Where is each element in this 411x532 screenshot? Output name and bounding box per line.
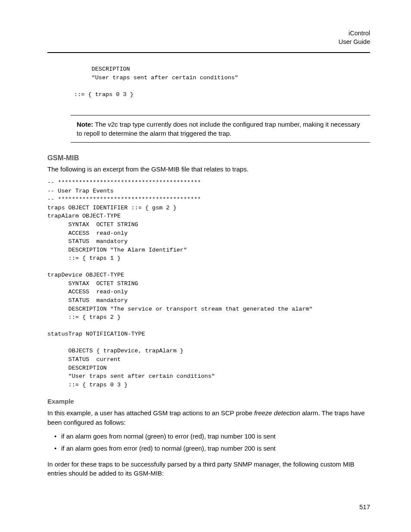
header-subtitle: User Guide bbox=[47, 38, 370, 47]
code-block-gsm-mib: -- *************************************… bbox=[47, 178, 370, 389]
header-divider bbox=[47, 52, 370, 53]
note-text: The v2c trap type currently does not inc… bbox=[77, 121, 360, 137]
note-box: Note: The v2c trap type currently does n… bbox=[71, 115, 370, 143]
page-header: iControl User Guide bbox=[47, 29, 370, 46]
example-heading: Example bbox=[47, 398, 370, 405]
header-product: iControl bbox=[47, 29, 370, 38]
code-block-description-traps: DESCRIPTION "User traps sent after certa… bbox=[71, 65, 370, 99]
note-label: Note: bbox=[77, 121, 93, 128]
gsm-mib-intro: The following is an excerpt from the GSM… bbox=[47, 165, 370, 174]
section-heading-gsm-mib: GSM-MIB bbox=[47, 154, 370, 162]
list-item: if an alarm goes from error (red) to nor… bbox=[54, 444, 370, 454]
example-bullet-list: if an alarm goes from normal (green) to … bbox=[54, 432, 370, 454]
example-intro: In this example, a user has attached GSM… bbox=[47, 408, 370, 427]
example-outro: In order for these traps to be successfu… bbox=[47, 460, 370, 479]
example-intro-pre: In this example, a user has attached GSM… bbox=[47, 409, 254, 417]
example-intro-italic: freeze detection bbox=[254, 409, 300, 417]
page-number: 517 bbox=[359, 503, 370, 510]
list-item: if an alarm goes from normal (green) to … bbox=[54, 432, 370, 442]
